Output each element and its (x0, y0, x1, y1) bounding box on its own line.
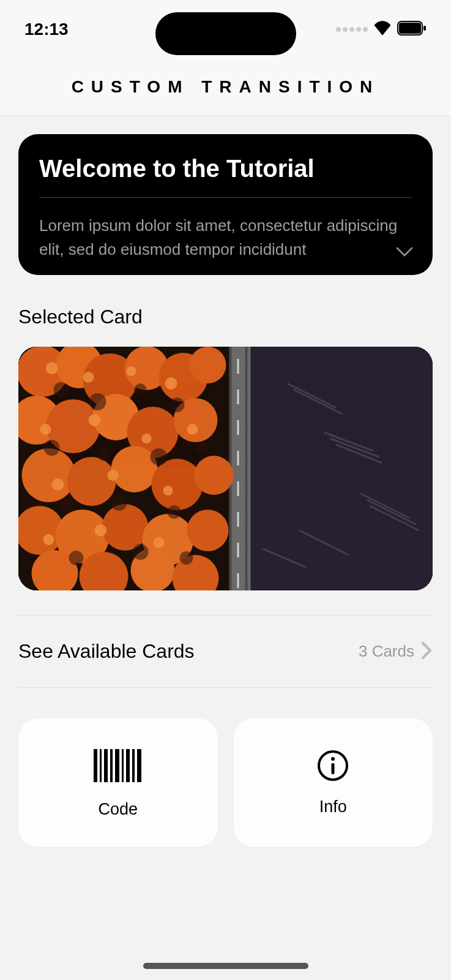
svg-point-75 (108, 470, 119, 481)
svg-point-79 (154, 537, 165, 548)
svg-point-67 (83, 372, 94, 383)
chevron-down-icon[interactable] (396, 246, 413, 262)
page-title: CUSTOM TRANSITION (72, 77, 380, 97)
svg-rect-80 (94, 749, 97, 782)
divider (18, 615, 433, 616)
see-cards-trailing: 3 Cards (359, 641, 433, 662)
welcome-body: Lorem ipsum dolor sit amet, consectetur … (39, 214, 412, 262)
svg-point-53 (89, 393, 106, 410)
svg-rect-22 (237, 481, 239, 496)
welcome-card[interactable]: Welcome to the Tutorial Lorem ipsum dolo… (18, 134, 433, 275)
info-tile[interactable]: Info (234, 718, 433, 847)
barcode-icon (94, 747, 143, 786)
battery-icon (397, 21, 427, 38)
svg-rect-18 (237, 359, 239, 374)
svg-rect-2 (423, 26, 426, 31)
status-bar: 12:13 (0, 0, 451, 58)
divider (39, 197, 412, 198)
tile-row: Code Info (18, 718, 433, 847)
svg-point-65 (180, 551, 193, 565)
svg-point-69 (165, 377, 177, 390)
code-tile[interactable]: Code (18, 718, 218, 847)
svg-rect-23 (237, 512, 239, 527)
svg-point-76 (163, 486, 173, 496)
svg-rect-82 (104, 749, 108, 782)
selected-card-label: Selected Card (18, 306, 433, 328)
svg-rect-19 (237, 390, 239, 404)
see-cards-label: See Available Cards (18, 640, 195, 663)
svg-point-47 (187, 510, 229, 551)
svg-rect-87 (132, 749, 135, 782)
status-right (336, 21, 427, 38)
card-count-badge: 3 Cards (359, 642, 414, 661)
svg-point-39 (67, 457, 116, 506)
selected-card-image[interactable] (18, 347, 433, 590)
svg-point-62 (168, 505, 181, 519)
svg-point-77 (43, 534, 54, 545)
svg-point-45 (102, 504, 149, 551)
dynamic-island (155, 12, 296, 55)
svg-rect-84 (115, 749, 119, 782)
svg-rect-1 (399, 23, 421, 34)
see-available-cards-row[interactable]: See Available Cards 3 Cards (18, 640, 433, 663)
welcome-title: Welcome to the Tutorial (39, 155, 412, 183)
divider (18, 687, 433, 688)
svg-point-56 (44, 440, 60, 456)
home-indicator[interactable] (143, 963, 308, 969)
svg-point-54 (135, 383, 147, 396)
main-content: Welcome to the Tutorial Lorem ipsum dolo… (0, 116, 451, 865)
svg-point-59 (196, 442, 208, 454)
svg-rect-83 (110, 749, 113, 782)
svg-point-70 (40, 424, 51, 435)
svg-point-58 (151, 448, 168, 466)
svg-point-61 (111, 495, 127, 511)
svg-point-66 (46, 362, 58, 374)
svg-rect-21 (237, 451, 239, 466)
svg-point-42 (195, 456, 234, 495)
svg-point-60 (60, 499, 75, 513)
svg-rect-91 (332, 763, 335, 774)
svg-point-71 (89, 414, 101, 426)
svg-point-40 (111, 446, 158, 492)
svg-point-32 (190, 347, 226, 383)
info-tile-label: Info (319, 797, 347, 816)
svg-rect-20 (237, 420, 239, 435)
cellular-dots-icon (336, 27, 368, 32)
svg-point-72 (142, 434, 152, 443)
nav-bar: CUSTOM TRANSITION (0, 58, 451, 116)
svg-rect-4 (239, 347, 433, 590)
svg-rect-17 (245, 347, 248, 590)
svg-rect-81 (100, 749, 102, 782)
chevron-right-icon (420, 641, 433, 662)
info-icon (317, 750, 349, 784)
svg-rect-88 (137, 749, 141, 782)
svg-point-78 (95, 524, 107, 537)
svg-point-57 (97, 447, 111, 461)
svg-point-90 (331, 757, 335, 761)
svg-point-68 (127, 366, 136, 376)
code-tile-label: Code (98, 800, 138, 819)
svg-rect-25 (237, 573, 239, 588)
svg-point-74 (52, 478, 64, 491)
svg-rect-24 (237, 543, 239, 557)
svg-point-38 (22, 448, 76, 502)
status-time: 12:13 (24, 20, 69, 39)
svg-point-55 (170, 398, 185, 412)
svg-point-64 (133, 544, 149, 560)
svg-point-41 (152, 459, 203, 510)
svg-point-73 (187, 424, 198, 435)
svg-rect-85 (122, 749, 124, 782)
svg-point-63 (69, 551, 84, 565)
svg-rect-86 (126, 749, 130, 782)
wifi-icon (374, 21, 391, 38)
svg-point-52 (54, 382, 69, 397)
